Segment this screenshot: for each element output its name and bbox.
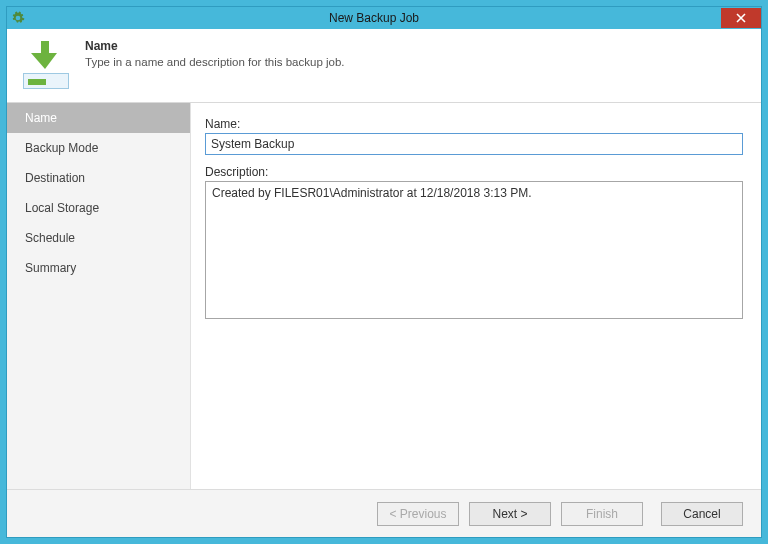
progress-icon bbox=[23, 73, 69, 89]
close-button[interactable] bbox=[721, 8, 761, 28]
wizard-step-icon bbox=[21, 39, 71, 93]
sidebar-item-schedule[interactable]: Schedule bbox=[7, 223, 190, 253]
wizard-footer: < Previous Next > Finish Cancel bbox=[7, 489, 761, 537]
sidebar-item-local-storage[interactable]: Local Storage bbox=[7, 193, 190, 223]
sidebar-item-backup-mode[interactable]: Backup Mode bbox=[7, 133, 190, 163]
name-input[interactable] bbox=[205, 133, 743, 155]
download-arrow-icon bbox=[27, 39, 63, 71]
wizard-window: New Backup Job Name Type in a name and d… bbox=[6, 6, 762, 538]
wizard-header: Name Type in a name and description for … bbox=[7, 29, 761, 103]
sidebar-item-summary[interactable]: Summary bbox=[7, 253, 190, 283]
description-label: Description: bbox=[205, 165, 743, 179]
header-title: Name bbox=[85, 39, 345, 53]
wizard-body: Name Backup Mode Destination Local Stora… bbox=[7, 103, 761, 489]
header-text: Name Type in a name and description for … bbox=[85, 39, 345, 68]
sidebar-item-destination[interactable]: Destination bbox=[7, 163, 190, 193]
header-subtitle: Type in a name and description for this … bbox=[85, 56, 345, 68]
next-button[interactable]: Next > bbox=[469, 502, 551, 526]
titlebar: New Backup Job bbox=[7, 7, 761, 29]
sidebar-item-name[interactable]: Name bbox=[7, 103, 190, 133]
close-icon bbox=[736, 13, 746, 23]
previous-button: < Previous bbox=[377, 502, 459, 526]
name-label: Name: bbox=[205, 117, 743, 131]
description-textarea[interactable] bbox=[205, 181, 743, 319]
window-title: New Backup Job bbox=[27, 11, 721, 25]
finish-button: Finish bbox=[561, 502, 643, 526]
wizard-steps-sidebar: Name Backup Mode Destination Local Stora… bbox=[7, 103, 191, 489]
content-pane: Name: Description: bbox=[191, 103, 761, 489]
gear-icon bbox=[9, 9, 27, 27]
cancel-button[interactable]: Cancel bbox=[661, 502, 743, 526]
